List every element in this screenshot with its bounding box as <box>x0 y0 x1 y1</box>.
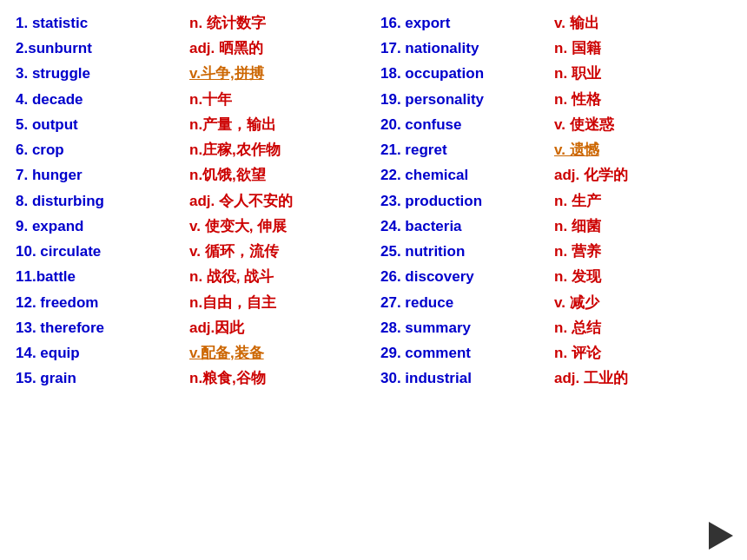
chinese-translation: n.饥饿,欲望 <box>189 162 370 188</box>
chinese-translation: v. 减少 <box>554 290 735 315</box>
english-word: 19. personality <box>380 87 544 112</box>
chinese-translation: n. 生产 <box>554 188 735 214</box>
english-word: 25. nutrition <box>380 239 544 264</box>
english-word: 3. struggle <box>16 61 179 86</box>
english-word: 24. bacteria <box>380 214 544 239</box>
chinese-translation: n.产量，输出 <box>189 112 370 137</box>
chinese-translation: v. 循环，流传 <box>189 239 370 264</box>
english-word: 27. reduce <box>380 290 544 315</box>
chinese-translation: n. 总结 <box>554 315 735 340</box>
next-arrow[interactable] <box>709 522 733 550</box>
english-word: 13. therefore <box>16 315 179 340</box>
english-word: 1. statistic <box>16 10 179 36</box>
english-word: 7. hunger <box>16 162 179 188</box>
english-word: 26. discovery <box>380 264 544 289</box>
chinese-translation: n. 性格 <box>554 87 735 112</box>
english-word: 2.sunburnt <box>16 36 179 61</box>
english-word: 28. summary <box>380 315 544 340</box>
chinese-translation: v. 输出 <box>554 10 735 36</box>
english-word: 20. confuse <box>380 112 544 137</box>
english-word: 17. nationality <box>380 36 544 61</box>
content-grid: 1. statistic2.sunburnt3. struggle4. deca… <box>10 9 737 393</box>
chinese-translation: n. 国籍 <box>554 36 735 61</box>
english-word: 12. freedom <box>16 290 179 315</box>
chinese-translation: n. 职业 <box>554 61 735 86</box>
english-word: 23. production <box>380 188 544 214</box>
chinese-translation: v. 遗憾 <box>554 137 735 162</box>
english-word: 11.battle <box>16 264 179 289</box>
chinese-translation: n.自由，自主 <box>189 290 370 315</box>
chinese-translation: adj. 晒黑的 <box>189 36 370 61</box>
english-word: 10. circulate <box>16 239 179 264</box>
chinese-translation: n. 营养 <box>554 239 735 264</box>
chinese-translation: n. 发现 <box>554 264 735 289</box>
english-word: 14. equip <box>16 340 179 366</box>
chinese-translation: n. 战役, 战斗 <box>189 264 370 289</box>
chinese-translation: adj. 令人不安的 <box>189 188 370 214</box>
chinese-translation: v.配备,装备 <box>189 340 370 366</box>
english-word: 22. chemical <box>380 162 544 188</box>
chinese-translation: n. 统计数字 <box>189 10 370 36</box>
chinese-translation: adj. 工业的 <box>554 366 735 391</box>
english-word: 9. expand <box>16 214 179 239</box>
chinese-translation: v.斗争,拼搏 <box>189 61 370 86</box>
english-word: 5. output <box>16 112 179 137</box>
chinese-translation: v. 使变大, 伸展 <box>189 214 370 239</box>
english-word: 4. decade <box>16 87 179 112</box>
english-word: 21. regret <box>380 137 544 162</box>
slide: 1. statistic2.sunburnt3. struggle4. deca… <box>0 0 747 560</box>
english-word: 30. industrial <box>380 366 544 391</box>
chinese-translation: n. 细菌 <box>554 214 735 239</box>
chinese-translation: adj. 化学的 <box>554 162 735 188</box>
col2-english: 16. export17. nationality18. occupation1… <box>375 9 549 393</box>
english-word: 16. export <box>380 10 544 36</box>
chinese-translation: n.十年 <box>189 87 370 112</box>
col1-chinese: n. 统计数字adj. 晒黑的v.斗争,拼搏n.十年n.产量，输出n.庄稼,农作… <box>184 9 375 393</box>
col2-chinese: v. 输出n. 国籍n. 职业n. 性格v. 使迷惑v. 遗憾adj. 化学的n… <box>549 9 740 393</box>
english-word: 15. grain <box>16 366 179 391</box>
english-word: 18. occupation <box>380 61 544 86</box>
chinese-translation: adj.因此 <box>189 315 370 340</box>
chinese-translation: n. 评论 <box>554 340 735 366</box>
chinese-translation: n.庄稼,农作物 <box>189 137 370 162</box>
chinese-translation: n.粮食,谷物 <box>189 366 370 391</box>
english-word: 8. disturbing <box>16 188 179 214</box>
col1-english: 1. statistic2.sunburnt3. struggle4. deca… <box>10 9 184 393</box>
english-word: 29. comment <box>380 340 544 366</box>
chinese-translation: v. 使迷惑 <box>554 112 735 137</box>
english-word: 6. crop <box>16 137 179 162</box>
